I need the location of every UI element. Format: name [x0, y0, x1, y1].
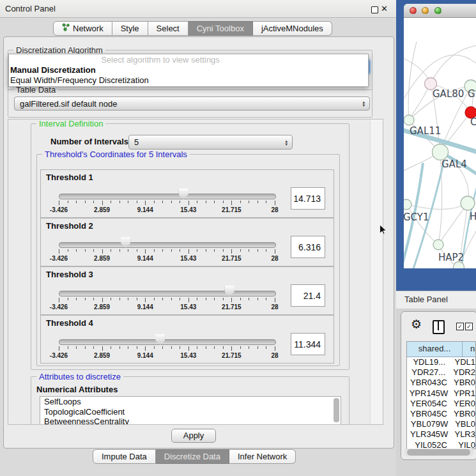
network-node-gcy1[interactable] — [404, 199, 411, 210]
threshold-value-input[interactable]: 21.4 — [291, 284, 325, 307]
tick-mark — [171, 346, 172, 349]
slider-ticks — [59, 201, 275, 206]
table-cell: YPR1 — [450, 388, 475, 399]
table-row[interactable]: YDL19...YDL1 — [407, 357, 475, 367]
network-node-h[interactable] — [461, 196, 475, 210]
apply-button[interactable]: Apply — [171, 429, 216, 443]
split-columns-icon[interactable] — [433, 320, 445, 334]
table-row[interactable]: YBL079WYBL0 — [407, 419, 475, 429]
list-scrollbar-thumb[interactable] — [334, 398, 339, 422]
popup-item-manual-discretization[interactable]: Manual Discretization — [9, 65, 368, 75]
table-row[interactable]: YPR145WYPR1 — [407, 388, 475, 399]
threshold-value-input[interactable]: 11.344 — [291, 333, 325, 355]
tick-mark — [188, 201, 189, 205]
tick-mark — [145, 298, 146, 302]
threshold-slider-track[interactable] — [59, 339, 276, 345]
tab-label: jActiveMNodules — [261, 22, 323, 35]
attribute-item-topologicalcoefficient[interactable]: TopologicalCoefficient — [40, 407, 341, 417]
tick-mark — [214, 249, 215, 252]
tick-label: 15.43 — [169, 303, 208, 311]
group-title: Threshold's Coordinates for 5 Intervals — [42, 150, 190, 159]
tick-label: 28 — [256, 206, 294, 213]
tick-mark — [137, 201, 137, 203]
tick-mark — [162, 201, 163, 203]
table-row[interactable]: YER054CYER0 — [407, 399, 475, 409]
threshold-label: Threshold 4 — [46, 318, 93, 328]
gear-icon[interactable]: ⚙ — [411, 317, 422, 332]
table-row[interactable]: YLR345WYLR3 — [407, 429, 475, 440]
tick-mark — [197, 249, 197, 252]
close-traffic-light-icon[interactable] — [410, 7, 417, 14]
tick-mark — [257, 346, 258, 349]
tick-mark — [206, 346, 206, 349]
tab-select[interactable]: Select — [148, 21, 188, 36]
close-icon[interactable]: ✕ — [381, 4, 388, 13]
tick-mark — [206, 249, 206, 252]
checkbox-icon[interactable]: ✓ — [465, 323, 473, 330]
tick-mark — [231, 249, 232, 254]
network-node-hap2[interactable] — [433, 240, 443, 250]
tab-label: Select — [157, 22, 180, 35]
zoom-traffic-light-icon[interactable] — [434, 7, 441, 14]
table-row[interactable]: YBR045CYBR0 — [407, 409, 475, 419]
table-panel-title: Table Panel — [404, 295, 448, 304]
table-cell: YDL19... — [407, 357, 451, 367]
network-node-gal11[interactable] — [404, 115, 414, 125]
number-of-intervals-combobox[interactable]: 5 ▴▾ — [128, 135, 293, 150]
tick-mark — [223, 298, 224, 300]
tick-label: 28 — [256, 255, 294, 262]
table-row[interactable]: YDR27...YDR2 — [407, 367, 475, 378]
popup-item-equal-width-frequency-discretization[interactable]: Equal Width/Frequency Discretization — [9, 75, 368, 86]
node-label: GAL80 — [433, 88, 464, 100]
tick-mark — [145, 249, 146, 254]
horizontal-scrollbar-track[interactable] — [404, 449, 474, 456]
tick-label: -3.426 — [40, 206, 78, 213]
threshold-label: Threshold 3 — [46, 270, 93, 279]
node-label: H — [470, 211, 476, 222]
network-canvas[interactable]: GAL80G.CGAL11GAL4GCY1HHAP2 — [404, 17, 476, 268]
tab-label: Style — [121, 22, 139, 35]
horizontal-scrollbar-thumb[interactable] — [407, 449, 470, 456]
tick-mark — [68, 346, 68, 349]
tick-label: 15.43 — [169, 255, 208, 262]
checkbox-icon[interactable]: ✓ — [456, 323, 464, 330]
table-row[interactable]: YBR043CYBR0 — [407, 378, 475, 388]
tick-mark — [188, 346, 189, 351]
tick-mark — [214, 298, 215, 300]
tick-label: 15.43 — [169, 206, 208, 213]
minimize-traffic-light-icon[interactable] — [422, 7, 429, 14]
tick-mark — [85, 249, 86, 252]
intervals-value: 5 — [134, 137, 139, 147]
tick-mark — [59, 346, 59, 351]
table-cell: YDR27... — [407, 367, 450, 378]
threshold-slider-track[interactable] — [59, 291, 276, 296]
tab-cyni-toolbox[interactable]: Cyni Toolbox — [188, 21, 253, 36]
threshold-slider-track[interactable] — [59, 242, 276, 248]
table-cell: YLR3 — [451, 429, 475, 440]
number-of-intervals-label: Number of Intervals — [50, 137, 128, 146]
table-row[interactable]: YIL052CYIL0 — [407, 440, 475, 450]
column-header-na[interactable]: na — [463, 342, 475, 357]
numerical-attributes-list[interactable]: SelfLoopsTopologicalCoefficientBetweenne… — [40, 396, 341, 425]
column-header-shared[interactable]: shared... — [407, 342, 463, 357]
tab-style[interactable]: Style — [112, 21, 148, 36]
tab-discretize-data[interactable]: Discretize Data — [156, 449, 229, 464]
tab-jactivemnodules[interactable]: jActiveMNodules — [253, 21, 332, 36]
threshold-slider-track[interactable] — [59, 194, 276, 199]
table-data-combobox[interactable]: galFiltered.sif default node ▴▾ — [14, 96, 370, 111]
tick-mark — [154, 298, 155, 300]
tab-infer-network[interactable]: Infer Network — [229, 449, 296, 464]
network-node-gal4[interactable] — [433, 144, 449, 160]
combo-arrows-icon: ▴▾ — [285, 139, 288, 146]
attribute-item-betweennesscentrality[interactable]: BetweennessCentrality — [40, 417, 341, 425]
scrollbar-track[interactable] — [370, 119, 383, 424]
tab-network[interactable]: Network — [53, 21, 112, 36]
table-cell: YER0 — [450, 399, 475, 409]
threshold-value-input[interactable]: 6.316 — [291, 236, 325, 258]
tab-impute-data[interactable]: Impute Data — [93, 449, 156, 464]
float-window-icon[interactable] — [371, 6, 378, 13]
tick-mark — [137, 346, 137, 349]
attribute-item-selfloops[interactable]: SelfLoops — [40, 397, 341, 407]
slider-ticks — [59, 298, 275, 303]
threshold-value-input[interactable]: 14.713 — [291, 187, 325, 210]
